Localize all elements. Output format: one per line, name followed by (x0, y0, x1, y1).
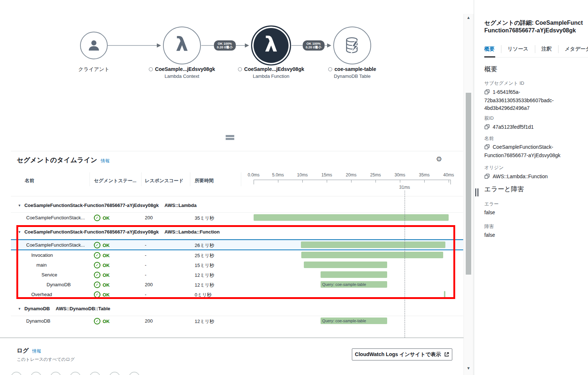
timeline-info-link[interactable]: 情報 (101, 158, 110, 163)
status-label: OK (103, 243, 110, 248)
timeline-group-row[interactable]: ▼CoeSampleFunctionStack-Function76856677… (11, 223, 463, 239)
errors-faults-heading: エラーと障害 (484, 185, 524, 194)
timeline-group-row[interactable]: ▼CoeSampleFunctionStack-Function76856677… (11, 196, 463, 213)
axis-tick-label: 25ms (365, 172, 386, 177)
edge-status-pill: OK 100%0.20 t/最小 (214, 40, 236, 51)
segment-timeline-panel: セグメントのタイムライン情報 ⚙ 名前 セグメントステー... レスポンスコード… (11, 151, 463, 338)
timeline-bar[interactable] (444, 291, 445, 298)
duration-value: 12ミリ秒 (195, 272, 214, 279)
duration-value: 15ミリ秒 (195, 262, 214, 269)
timeline-bar[interactable]: Query: coe-sample-table (321, 281, 388, 288)
timeline-row[interactable]: main✓OK-15ミリ秒 (11, 260, 463, 270)
timeline-row[interactable]: Service✓OK-12ミリ秒 (11, 270, 463, 280)
error-label: エラー (484, 201, 499, 207)
segment-status: ✓OK (94, 291, 110, 298)
tab-resources[interactable]: リソース (501, 45, 535, 53)
axis-tick-mark (351, 180, 351, 183)
duration-value: 12ミリ秒 (195, 282, 214, 288)
collapse-caret-icon[interactable]: ▼ (18, 230, 21, 234)
service-map: λ λ クライアント CoeSample...jEdsvy08gk Lambda… (0, 0, 464, 87)
group-origin: AWS::Lambda (164, 203, 196, 208)
timeline-bar[interactable]: Query: coe-sample-table (321, 318, 388, 324)
timeline-row[interactable]: Overhead✓OK-0ミリ秒 (11, 290, 463, 299)
skeleton-circle (109, 372, 120, 375)
scrollbar-thumb[interactable] (466, 93, 471, 275)
external-link-icon (444, 352, 449, 357)
scroll-up-arrow[interactable]: ▲ (464, 15, 473, 20)
status-label: OK (103, 272, 110, 278)
overview-heading: 概要 (484, 65, 497, 73)
timeline-row[interactable]: CoeSampleFunctionStack...✓OK20035ミリ秒 (11, 213, 463, 223)
segment-status: ✓OK (94, 318, 110, 324)
axis-tick-label: 40ms (438, 172, 460, 177)
response-code: 200 (145, 318, 153, 324)
vertical-scrollbar[interactable]: ▲ ▼ (464, 14, 473, 375)
origin-value: AWS::Lambda::Function (484, 173, 548, 181)
timeline-bar[interactable] (301, 242, 445, 248)
horizontal-resize-handle[interactable] (226, 135, 234, 140)
response-code: 200 (145, 282, 153, 287)
dynamodb-icon (343, 36, 362, 55)
segment-status: ✓OK (94, 252, 110, 259)
group-origin: AWS::Lambda::Function (164, 229, 220, 235)
timeline-bar[interactable] (304, 262, 387, 268)
scroll-down-arrow[interactable]: ▼ (464, 366, 473, 370)
timeline-group-row[interactable]: ▼DynamoDBAWS::DynamoDB::Table (11, 299, 463, 316)
tab-overview[interactable]: 概要 (484, 45, 501, 53)
error-value: false (484, 209, 495, 216)
bar-label: Query: coe-sample-table (321, 282, 366, 287)
status-label: OK (103, 253, 110, 258)
axis-tick-mark (278, 180, 278, 183)
copy-icon[interactable] (484, 124, 490, 132)
status-ok-icon: ✓ (94, 272, 100, 278)
status-ok-icon: ✓ (94, 262, 100, 268)
copy-icon[interactable] (484, 89, 490, 97)
collapse-caret-icon[interactable]: ▼ (18, 204, 21, 207)
timeline-row[interactable]: DynamoDB✓OK20012ミリ秒Query: coe-sample-tab… (11, 280, 463, 290)
lambda-context-node[interactable]: λ (163, 27, 201, 64)
timeline-row[interactable]: DynamoDB✓OK20012ミリ秒Query: coe-sample-tab… (11, 316, 463, 326)
name-label: 名前 (484, 135, 494, 142)
segment-status: ✓OK (94, 242, 110, 248)
timeline-row[interactable]: Invocation✓OK-25ミリ秒 (11, 250, 463, 260)
tab-annotations[interactable]: 注釈 (535, 45, 558, 53)
cloudwatch-logs-button[interactable]: CloudWatch Logs インサイトで表示 (352, 348, 452, 360)
timeline-rows: ▼CoeSampleFunctionStack-Function76856677… (11, 196, 463, 326)
skeleton-circle (31, 372, 41, 375)
status-ok-icon: ✓ (94, 318, 100, 324)
status-ok-icon: ✓ (94, 282, 100, 288)
copy-icon[interactable] (484, 144, 490, 152)
axis-tick-label: 20ms (340, 172, 362, 177)
segment-name: Invocation (31, 252, 53, 258)
timeline-bar[interactable] (301, 252, 443, 258)
timeline-bar[interactable] (254, 214, 449, 221)
timeline-bar[interactable] (321, 271, 388, 278)
skeleton-circle (50, 372, 61, 375)
logs-info-link[interactable]: 情報 (32, 348, 41, 354)
tab-metadata[interactable]: メタデータ (558, 45, 588, 53)
duration-value: 0ミリ秒 (195, 292, 212, 298)
collapse-caret-icon[interactable]: ▼ (18, 307, 21, 311)
dynamodb-node[interactable] (333, 27, 371, 64)
status-label: OK (103, 319, 110, 324)
copy-icon[interactable] (484, 173, 490, 181)
lambda-function-node[interactable]: λ (251, 25, 291, 65)
gear-icon[interactable]: ⚙ (436, 155, 442, 163)
group-name: CoeSampleFunctionStack-Function76856677-… (24, 203, 159, 208)
segment-status: ✓OK (94, 282, 110, 288)
parent-id-value: 47a5123fedf5f1d1 (484, 123, 534, 132)
response-code: - (145, 292, 146, 297)
subsegment-id-label: サブセグメント ID (484, 80, 524, 87)
timeline-row[interactable]: CoeSampleFunctionStack...✓OK-26ミリ秒 (11, 239, 463, 250)
duration-value: 25ミリ秒 (195, 252, 214, 259)
duration-value: 12ミリ秒 (195, 318, 214, 325)
panel-resize-handle[interactable] (475, 188, 480, 196)
segment-name: Service (41, 272, 57, 278)
response-code: - (145, 242, 146, 248)
skeleton-circle (129, 372, 140, 375)
status-label: OK (103, 215, 110, 221)
timeline-axis: 0.0ms5.0ms10ms15ms20ms25ms30ms35ms40ms (11, 169, 463, 196)
client-node[interactable] (80, 32, 108, 59)
axis-tick-mark (302, 180, 303, 183)
response-code: 200 (145, 215, 153, 220)
